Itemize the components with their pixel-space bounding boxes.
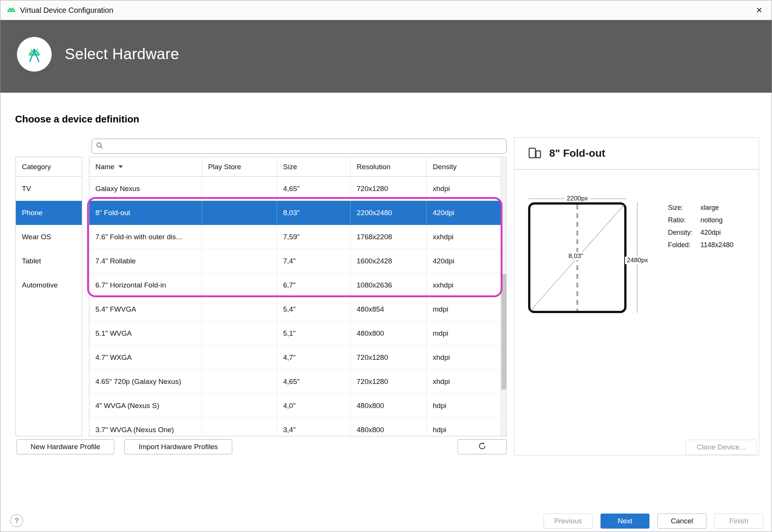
table-row[interactable]: 7.6" Fold-in with outer dis...7,59"1768x… [89, 225, 501, 249]
diagonal-size-label: 8,03" [567, 252, 585, 260]
table-scrollbar[interactable] [501, 157, 506, 436]
table-cell: 480x800 [351, 394, 427, 418]
table-cell [202, 418, 277, 436]
spec-value: xlarge [700, 204, 734, 211]
table-row[interactable]: Galaxy Nexus4,65"720x1280xhdpi [89, 177, 501, 201]
table-cell: 5,4" [277, 297, 351, 321]
table-row[interactable]: 4.7" WXGA4,7"720x1280xhdpi [89, 345, 501, 370]
table-cell [202, 370, 277, 394]
table-cell: Galaxy Nexus [89, 177, 202, 201]
table-cell: 420dpi [427, 201, 501, 225]
device-icon [527, 146, 542, 162]
refresh-icon [478, 442, 486, 452]
table-cell [202, 177, 277, 201]
table-cell: 5.4" FWVGA [89, 297, 202, 321]
category-item-tablet[interactable]: Tablet [16, 249, 82, 273]
table-cell: 3,4" [277, 418, 351, 436]
spec-key: Folded: [668, 241, 700, 249]
refresh-button[interactable] [458, 439, 507, 454]
spec-key: Size: [668, 204, 700, 211]
category-item-tv[interactable]: TV [16, 177, 82, 201]
table-cell: 4,7" [277, 345, 351, 370]
table-cell: xhdpi [427, 345, 501, 370]
wizard-navigation: Previous Next Cancel Finish [544, 514, 763, 529]
device-detail-title: 8" Fold-out [549, 147, 605, 159]
table-cell: 6.7" Horizontal Fold-in [89, 273, 202, 297]
category-item-automotive[interactable]: Automotive [16, 273, 82, 297]
table-cell [202, 345, 277, 370]
table-cell: 6,7" [277, 273, 351, 297]
help-button[interactable]: ? [10, 514, 23, 527]
table-row[interactable]: 5.4" FWVGA5,4"480x854mdpi [89, 297, 501, 321]
table-cell: 4.65" 720p (Galaxy Nexus) [89, 370, 202, 394]
spec-value: 1148x2480 [700, 241, 734, 249]
import-hardware-profiles-button[interactable]: Import Hardware Profiles [124, 439, 232, 454]
table-row[interactable]: 8" Fold-out8,03"2200x2480420dpi [89, 201, 501, 225]
search-icon [96, 142, 103, 151]
device-search-box [92, 139, 507, 154]
table-cell [202, 297, 277, 321]
table-row[interactable]: 5.1" WVGA5,1"480x800mdpi [89, 321, 501, 345]
window-title: Virtual Device Configuration [20, 6, 113, 15]
search-input[interactable] [106, 139, 506, 153]
table-cell: 2200x2480 [351, 201, 427, 225]
table-cell: 5.1" WVGA [89, 321, 202, 345]
table-row[interactable]: 4" WVGA (Nexus S)4,0"480x800hdpi [89, 394, 501, 418]
table-cell: 480x800 [351, 418, 427, 436]
table-cell: xhdpi [427, 370, 501, 394]
table-cell [202, 201, 277, 225]
table-cell: 7.6" Fold-in with outer dis... [89, 225, 202, 249]
column-header-density[interactable]: Density [427, 157, 501, 177]
table-cell: hdpi [427, 418, 501, 436]
category-list: TVPhoneWear OSTabletAutomotive [16, 177, 82, 297]
wizard-header: Select Hardware [0, 20, 772, 93]
page-title: Select Hardware [65, 46, 179, 63]
table-cell: 8,03" [277, 201, 351, 225]
device-table: Name Play Store Size Resolution Density … [89, 157, 507, 436]
width-label: 2200px [567, 195, 588, 202]
column-header-size[interactable]: Size [277, 157, 351, 177]
table-row[interactable]: 7.4" Rollable7,4"1600x2428420dpi [89, 249, 501, 273]
table-cell [202, 225, 277, 249]
next-button[interactable]: Next [600, 514, 649, 529]
table-row[interactable]: 4.65" 720p (Galaxy Nexus)4,65"720x1280xh… [89, 370, 501, 394]
column-header-play-store[interactable]: Play Store [202, 157, 277, 177]
spec-value: notlong [700, 216, 734, 224]
device-specs: Size: xlarge Ratio: notlong Density: 420… [668, 204, 734, 249]
table-body: Galaxy Nexus4,65"720x1280xhdpi8" Fold-ou… [89, 177, 506, 436]
cancel-button[interactable]: Cancel [657, 514, 706, 529]
table-cell: 7.4" Rollable [89, 249, 202, 273]
spec-value: 420dpi [700, 229, 734, 236]
column-header-resolution[interactable]: Resolution [351, 157, 427, 177]
virtual-device-configuration-window: Virtual Device Configuration × Select Ha… [0, 0, 772, 532]
scrollbar-thumb[interactable] [501, 274, 506, 390]
table-cell: mdpi [427, 297, 501, 321]
table-cell: 5,1" [277, 321, 351, 345]
table-cell: 1768x2208 [351, 225, 427, 249]
table-cell: 480x854 [351, 297, 427, 321]
table-cell: 7,59" [277, 225, 351, 249]
section-title: Choose a device definition [15, 113, 139, 125]
category-item-phone[interactable]: Phone [16, 201, 82, 225]
column-header-name[interactable]: Name [89, 157, 202, 177]
table-cell: 420dpi [427, 249, 501, 273]
width-dimension: 2200px [528, 195, 626, 202]
table-cell: 4.7" WXGA [89, 345, 202, 370]
clone-device-button[interactable]: Clone Device... [685, 440, 757, 455]
table-cell [202, 394, 277, 418]
spec-key: Density: [668, 229, 700, 236]
table-cell: 1080x2636 [351, 273, 427, 297]
table-cell: 7,4" [277, 249, 351, 273]
table-row[interactable]: 6.7" Horizontal Fold-in6,7"1080x2636xxhd… [89, 273, 501, 297]
finish-button[interactable]: Finish [714, 514, 763, 529]
close-button[interactable]: × [747, 0, 772, 20]
sort-desc-icon [118, 165, 123, 168]
height-label: 2480px [625, 257, 650, 264]
category-item-wear-os[interactable]: Wear OS [16, 225, 82, 249]
previous-button[interactable]: Previous [544, 514, 593, 529]
table-cell: mdpi [427, 321, 501, 345]
table-row[interactable]: 3.7" WVGA (Nexus One)3,4"480x800hdpi [89, 418, 501, 436]
table-cell: 4" WVGA (Nexus S) [89, 394, 202, 418]
table-cell: xxhdpi [427, 225, 501, 249]
new-hardware-profile-button[interactable]: New Hardware Profile [17, 439, 114, 454]
